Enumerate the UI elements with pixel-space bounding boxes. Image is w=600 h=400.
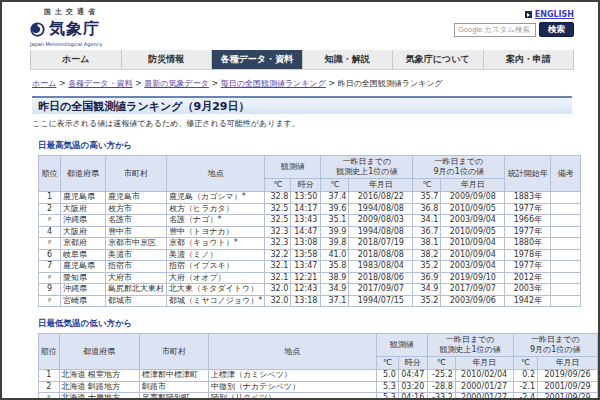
table-cell: 名護市	[106, 215, 167, 227]
table-cell: 36.7	[413, 226, 441, 238]
table-cell: 〃	[39, 215, 61, 227]
table-cell: -2.4	[513, 393, 537, 399]
table-cell: 都城（ミヤコノジョウ）*	[167, 295, 265, 307]
agency-name: 気象庁	[49, 19, 100, 40]
table-cell: 38.1	[413, 238, 441, 250]
table-cell: 0.2	[513, 370, 537, 382]
table-cell: 美濃市	[106, 249, 167, 261]
breadcrumb-link[interactable]: 最新の気象データ	[144, 79, 209, 88]
table-cell: 指宿（イブスキ）	[167, 261, 265, 273]
table-cell	[551, 295, 581, 307]
unit-date: 年月日	[455, 357, 513, 370]
table-cell: 2010/02/04	[455, 370, 513, 382]
table-cell: 宮崎県	[61, 295, 106, 307]
table-cell: 〃	[39, 238, 61, 250]
breadcrumb-link[interactable]: 毎日の全国観測値ランキング	[221, 79, 326, 88]
nav-item-link[interactable]: 知識・解説	[302, 50, 393, 69]
table-cell: 2	[39, 381, 60, 393]
table-row: 〃北海道 十勝地方足寄郡陸別町陸別（リクベツ）5.304:16-33.22000…	[39, 393, 598, 399]
table-cell: 2009/08/03	[349, 215, 413, 227]
breadcrumb-link[interactable]: 各種データ・資料	[68, 79, 132, 88]
table-cell: 北海道 根室地方	[59, 370, 139, 382]
agency-name-en: Japan Meteorological Agency	[30, 41, 102, 47]
table-row: 〃宮崎県都城市都城（ミヤコノジョウ）*32.013:1837.11994/07/…	[39, 295, 581, 307]
site-logo[interactable]: 国土交通省 気象庁 Japan Meteorological Agency	[30, 7, 102, 47]
table-cell: 1977年	[505, 261, 551, 273]
table-cell: 上標津（カミシベツ）	[208, 370, 376, 382]
table-cell: 1880年	[505, 238, 551, 250]
col-observed: 観測値	[265, 156, 321, 179]
table-cell: 1983/08/04	[349, 261, 413, 273]
table-cell: 1977年	[505, 226, 551, 238]
jma-page: 国土交通省 気象庁 Japan Meteorological Agency EN…	[2, 2, 598, 398]
unit-temp: ℃	[376, 357, 398, 370]
table-row: 2北海道 釧路地方釧路市中徹別（ナカテシベツ）5.303:20-28.82000…	[39, 381, 598, 393]
english-link[interactable]: ENGLISH	[535, 10, 574, 19]
table-cell: 35.1	[321, 215, 349, 227]
table-cell: -33.2	[427, 393, 455, 399]
search-button[interactable]: 検索	[539, 22, 574, 37]
table-cell: 大阪府	[61, 203, 106, 215]
table-cell: 35.2	[413, 261, 441, 273]
table-cell: 枚方（ヒラカタ）	[167, 203, 265, 215]
nav-item-active[interactable]: 各種データ・資料	[211, 50, 302, 69]
section-title-high-temp: 日最高気温の高い方から	[38, 140, 598, 152]
table-cell: 2018/08/06	[349, 272, 413, 284]
table-cell: 32.0	[265, 284, 291, 296]
table-cell: 32.3	[265, 238, 291, 250]
table-cell	[551, 192, 581, 204]
table-cell: 北大東（キタダイトウ）	[167, 284, 265, 296]
col-stat-start-year: 統計開始年	[505, 156, 551, 192]
col-station: 地点	[208, 334, 376, 370]
table-cell: 12:43	[291, 284, 321, 296]
table-cell: 釧路市	[140, 381, 209, 393]
table-cell: 13:08	[291, 238, 321, 250]
table-cell: 32.5	[265, 215, 291, 227]
nav-item-link[interactable]: 防災情報	[121, 50, 212, 69]
table-cell: 5.3	[376, 381, 398, 393]
table-cell	[551, 261, 581, 273]
table-cell: 沖縄県	[61, 215, 106, 227]
table-cell	[551, 226, 581, 238]
table-cell: 指宿市	[106, 261, 167, 273]
table-cell: 13:58	[291, 249, 321, 261]
table-cell: 2016/08/22	[349, 192, 413, 204]
unit-time: 時分	[398, 357, 427, 370]
table-cell: 32.2	[265, 249, 291, 261]
table-cell: 2	[39, 203, 61, 215]
nav-item-link[interactable]: 気象庁について	[392, 50, 483, 69]
section-title-low-temp: 日最低気温の低い方から	[38, 318, 598, 330]
table-cell: 4	[39, 226, 61, 238]
search-input[interactable]	[454, 23, 536, 37]
table-cell	[551, 284, 581, 296]
table-cell: 32.1	[265, 272, 291, 284]
table-cell: 大阪府	[61, 226, 106, 238]
table-cell: 2010/09/05	[441, 226, 505, 238]
col-observed: 観測値	[376, 334, 427, 357]
site-header: 国土交通省 気象庁 Japan Meteorological Agency EN…	[2, 2, 598, 48]
unit-temp: ℃	[413, 179, 441, 192]
table-cell: 6	[39, 249, 61, 261]
table-cell: 04:16	[398, 393, 427, 399]
breadcrumb-separator: >	[209, 79, 221, 88]
breadcrumb-current: 昨日の全国観測値ランキング	[338, 79, 443, 88]
jma-logo-icon	[30, 22, 45, 37]
table-cell: 2010/09/05	[441, 203, 505, 215]
table-cell: 32.1	[265, 261, 291, 273]
breadcrumb-link[interactable]: ホーム	[32, 79, 56, 88]
col-rank: 順位	[39, 334, 60, 370]
table-row: 2大阪府枚方市枚方（ヒラカタ）32.514:1739.61994/08/0836…	[39, 203, 581, 215]
table-cell: 京都市中京区	[106, 238, 167, 250]
table-row: 〃沖縄県名護市名護（ナゴ）*32.513:4335.12009/08/0334.…	[39, 215, 581, 227]
table-cell: 2010/09/04	[441, 238, 505, 250]
nav-item-link[interactable]: 案内・申請	[483, 50, 575, 69]
table-cell: 2019/09/10	[441, 272, 505, 284]
unit-temp: ℃	[265, 179, 291, 192]
table-cell: 13:18	[291, 295, 321, 307]
table-cell: 34.1	[413, 215, 441, 227]
nav-item-link[interactable]: ホーム	[30, 50, 121, 69]
unit-temp: ℃	[321, 179, 349, 192]
table-cell: 島尻郡北大東村	[106, 284, 167, 296]
table-row: 1北海道 根室地方標津郡中標津町上標津（カミシベツ）5.004:47-25.22…	[39, 370, 598, 382]
table-cell: 豊中市	[106, 226, 167, 238]
